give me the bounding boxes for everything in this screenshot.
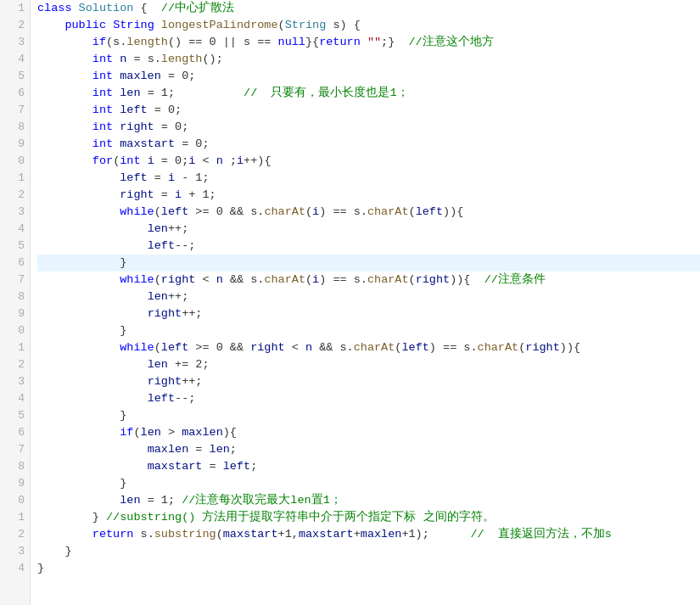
nm-token: left bbox=[416, 205, 443, 218]
pn-token: < bbox=[195, 273, 216, 286]
kw-token: int bbox=[92, 53, 120, 65]
nm-token: n bbox=[305, 341, 312, 354]
line-number: 6 bbox=[0, 424, 25, 441]
pn-token bbox=[37, 528, 92, 541]
pn-token: ( bbox=[409, 273, 416, 286]
pn-token: )){ bbox=[443, 205, 463, 218]
nm-token: i bbox=[237, 154, 244, 167]
line-number: 6 bbox=[0, 255, 25, 272]
pn-token bbox=[37, 188, 120, 201]
kw-token: for bbox=[92, 154, 113, 167]
pn-token: } bbox=[37, 477, 126, 490]
code-line: if(len > maxlen){ bbox=[37, 424, 700, 441]
line-number: 8 bbox=[0, 119, 25, 136]
cm-token: // 直接返回方法，不加s bbox=[470, 528, 612, 541]
pn-token bbox=[37, 375, 148, 388]
line-number: 9 bbox=[0, 475, 25, 492]
nm-token: maxlen bbox=[148, 443, 189, 456]
nm-token: n bbox=[216, 273, 223, 286]
pn-token: = 0; bbox=[148, 104, 182, 116]
nm-token: i bbox=[148, 154, 154, 167]
code-line: while(right < n && s.charAt(i) == s.char… bbox=[37, 272, 700, 288]
code-line: return s.substring(maxstart+1,maxstart+m… bbox=[37, 526, 700, 543]
pn-token: = 1; bbox=[141, 494, 182, 507]
code-line: } bbox=[37, 407, 700, 424]
cn-token: String bbox=[285, 19, 327, 31]
pn-token: () == 0 || s == bbox=[168, 36, 278, 48]
code-line: while(left >= 0 && s.charAt(i) == s.char… bbox=[37, 204, 700, 221]
nm-token: left bbox=[161, 341, 188, 354]
nm-token: maxlen bbox=[361, 528, 402, 541]
pn-token: } bbox=[37, 409, 126, 422]
pn-token: (); bbox=[202, 53, 222, 65]
fn-token: charAt bbox=[264, 205, 305, 218]
line-number: 1 bbox=[0, 509, 25, 526]
code-line: len++; bbox=[37, 221, 700, 238]
nm-token: left bbox=[120, 171, 147, 184]
pn-token: ( bbox=[133, 426, 140, 439]
pn-token bbox=[37, 154, 92, 167]
pn-token: = s. bbox=[126, 53, 161, 65]
fn-token: length bbox=[126, 36, 168, 48]
pn-token: ( bbox=[154, 273, 161, 286]
pn-token: - 1; bbox=[175, 171, 210, 184]
code-line: right++; bbox=[37, 373, 700, 390]
fn-token: length bbox=[161, 53, 203, 65]
pn-token: > bbox=[161, 426, 182, 439]
kw-token: null bbox=[278, 36, 305, 48]
pn-token: ; bbox=[250, 460, 257, 473]
fn-token: charAt bbox=[367, 205, 409, 218]
pn-token: )){ bbox=[560, 341, 580, 354]
line-number: 5 bbox=[0, 68, 25, 85]
pn-token: = 0; bbox=[161, 70, 196, 82]
line-number: 0 bbox=[0, 322, 25, 339]
nm-token: right bbox=[120, 120, 154, 133]
kw-token: while bbox=[120, 205, 154, 218]
nm-token: len bbox=[210, 443, 230, 456]
pn-token: && s. bbox=[312, 341, 354, 354]
code-line: right = i + 1; bbox=[37, 187, 700, 204]
code-line: int maxlen = 0; bbox=[37, 68, 700, 85]
pn-token: ) == s. bbox=[429, 341, 478, 354]
kw-token: return bbox=[319, 36, 367, 48]
line-number: 7 bbox=[0, 441, 25, 458]
pn-token bbox=[37, 87, 92, 99]
code-line: } bbox=[37, 255, 700, 272]
code-line: int len = 1; // 只要有，最小长度也是1； bbox=[37, 85, 700, 102]
nm-token: i bbox=[312, 273, 319, 286]
pn-token: }{ bbox=[305, 36, 319, 48]
nm-token: left bbox=[148, 392, 175, 405]
pn-token bbox=[37, 137, 92, 150]
pn-token: } bbox=[37, 511, 106, 524]
pn-token: ) == s. bbox=[319, 273, 367, 286]
pn-token: + bbox=[354, 528, 361, 541]
nm-token: len bbox=[148, 358, 168, 371]
line-number: 1 bbox=[0, 0, 25, 17]
kw-token: public bbox=[64, 19, 113, 31]
pn-token: ; bbox=[223, 154, 237, 167]
pn-token: && s. bbox=[223, 273, 265, 286]
pn-token bbox=[37, 53, 92, 65]
pn-token: < bbox=[195, 154, 216, 167]
code-line: len += 2; bbox=[37, 356, 700, 373]
kw-token: int bbox=[92, 137, 120, 150]
code-line: } bbox=[37, 322, 700, 339]
nm-token: maxstart bbox=[223, 528, 278, 541]
line-number-gutter: 1234567890123456789012345678901234 bbox=[0, 0, 31, 605]
kw-token: int bbox=[92, 70, 120, 82]
pn-token bbox=[37, 205, 120, 218]
pn-token bbox=[37, 273, 120, 286]
code-editor: 1234567890123456789012345678901234 class… bbox=[0, 0, 700, 605]
nm-token: left bbox=[401, 341, 428, 354]
pn-token: ( bbox=[305, 205, 312, 218]
pn-token: (s. bbox=[106, 36, 126, 48]
pn-token: = 0; bbox=[175, 137, 210, 150]
pn-token: = 1; bbox=[141, 87, 244, 99]
nm-token: i bbox=[312, 205, 319, 218]
nm-token: right bbox=[416, 273, 451, 286]
pn-token: ; bbox=[230, 443, 237, 456]
line-number: 6 bbox=[0, 85, 25, 102]
code-content[interactable]: class Solution { //中心扩散法 public String l… bbox=[31, 0, 700, 605]
fn-token: charAt bbox=[354, 341, 395, 354]
kw-token: int bbox=[92, 104, 120, 116]
